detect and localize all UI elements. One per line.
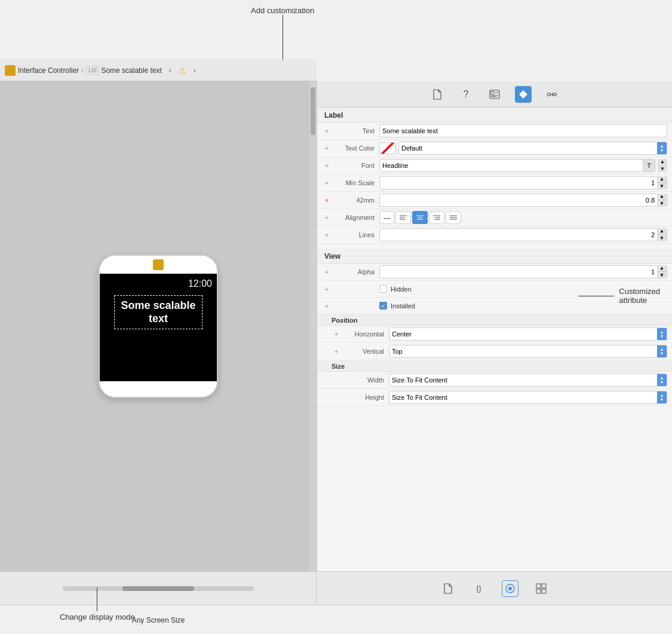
watch-device: 12:00 Some scalabletext [99,255,218,398]
align-btn-left[interactable] [395,211,411,224]
font-label: Font [332,162,379,169]
watch-label-text: Some scalabletext [121,299,195,325]
alignment-label: Alignment [332,214,379,221]
horizontal-select-arrows[interactable]: ▲ ▼ [657,328,667,340]
text-input[interactable] [379,124,667,137]
lines-stepper-down[interactable]: ▼ [657,235,667,241]
alignment-row: + Alignment --- [317,209,672,226]
position-subsection-header: Position [317,314,672,326]
min-scale-row: + Min Scale ▲ ▼ [317,174,672,192]
min-scale-stepper-up[interactable]: ▲ [657,176,667,183]
alpha-stepper-up[interactable]: ▲ [657,265,667,272]
inspector-tab-connections[interactable] [544,86,560,103]
fortytwo-cross-icon[interactable]: × [322,197,332,204]
lines-input[interactable] [380,231,657,238]
bottom-toolbar-circle-btn[interactable] [502,580,518,597]
change-display-mode-annotation: Change display mode [60,587,135,622]
installed-checkbox-row: ✓ Installed [379,302,415,310]
vertical-select-value[interactable]: Top [389,348,657,355]
align-btn-center[interactable] [412,211,428,224]
font-input[interactable]: Headline [380,162,643,169]
watch-header [100,256,217,274]
lines-stepper-up[interactable]: ▲ [657,228,667,235]
fortytwo-input[interactable] [380,197,657,204]
hidden-checkbox-row: Hidden [379,285,412,293]
nav-next-button[interactable]: › [189,65,201,76]
nav-bar: Interface Controller › Lbl Some scalable… [0,60,317,81]
text-plus-icon[interactable]: + [322,127,332,134]
font-stepper: ▲ ▼ [658,159,667,172]
change-display-mode-label: Change display mode [60,612,135,621]
height-select-value[interactable]: Size To Fit Content [389,394,657,401]
alpha-input-wrap: ▲ ▼ [379,265,667,278]
alpha-stepper-down[interactable]: ▼ [657,272,667,278]
alignment-value-wrap: --- [379,211,667,224]
horizontal-select-value[interactable]: Center [389,330,657,338]
font-plus-icon[interactable]: + [322,162,332,169]
align-btn-right[interactable] [429,211,444,224]
color-swatch[interactable] [379,142,396,154]
bottom-right-toolbar: {} [317,572,672,605]
inspector-tab-attributes[interactable] [515,86,532,103]
horizontal-plus-icon[interactable]: + [332,330,341,338]
inspector-tab-help[interactable]: ? [458,86,474,103]
vertical-select-arrows[interactable]: ▲ ▼ [657,345,667,357]
nav-prev-button[interactable]: ‹ [164,65,176,76]
width-select-value[interactable]: Size To Fit Content [389,376,657,384]
hidden-checkbox[interactable] [379,285,387,293]
add-customization-label: Add customization [251,6,314,15]
svg-rect-25 [542,589,546,593]
inspector-toolbar: ? [317,81,672,108]
font-type-icon[interactable]: T [643,160,655,171]
font-stepper-down[interactable]: ▼ [658,166,667,172]
alpha-input[interactable] [380,268,657,275]
text-color-plus-icon[interactable]: + [322,145,332,152]
canvas-scrollbar[interactable] [309,81,317,571]
text-color-select-wrap: Default ▲ ▼ [398,142,667,155]
min-scale-stepper-down[interactable]: ▼ [657,183,667,189]
bottom-toolbar-grid-btn[interactable] [533,580,550,597]
height-row: Height Size To Fit Content ▲ ▼ [317,389,672,406]
horizontal-value-wrap: Center ▲ ▼ [389,327,667,341]
alignment-plus-icon[interactable]: + [322,214,332,221]
lines-stepper: ▲ ▼ [657,228,667,241]
alpha-value-wrap: ▲ ▼ [379,265,667,278]
vertical-plus-icon[interactable]: + [332,348,341,355]
text-color-label: Text Color [332,145,379,152]
text-color-select-arrows[interactable]: ▲ ▼ [657,142,667,154]
installed-checkbox[interactable]: ✓ [379,302,387,310]
horizontal-select-wrap: Center ▲ ▼ [389,327,667,341]
alpha-plus-icon[interactable]: + [322,268,332,275]
hidden-label: Hidden [391,286,412,293]
fortytwo-stepper-down[interactable]: ▼ [657,200,667,207]
text-value-wrap [379,124,667,137]
alpha-row: + Alpha ▲ ▼ [317,264,672,281]
width-select-wrap: Size To Fit Content ▲ ▼ [389,373,667,387]
view-section-header: View [317,249,672,264]
min-scale-plus-icon[interactable]: + [322,179,332,186]
inspector-tab-identity[interactable] [486,86,503,103]
bottom-toolbar-code-btn[interactable]: {} [471,580,487,597]
add-customization-annotation: Add customization [251,6,314,63]
bottom-toolbar-file-btn[interactable] [440,580,456,597]
watch-label-box: Some scalabletext [114,295,202,329]
left-panel-canvas: 12:00 Some scalabletext [0,81,317,571]
hidden-plus-icon[interactable]: + [322,286,332,293]
installed-plus-icon[interactable]: + [322,302,332,310]
watch-time: 12:00 [188,278,212,289]
alpha-label: Alpha [332,268,379,275]
lines-plus-icon[interactable]: + [322,231,332,238]
align-btn-auto[interactable]: --- [379,211,394,224]
fortytwo-label: 42mm [332,197,379,204]
width-select-arrows[interactable]: ▲ ▼ [657,374,667,386]
min-scale-input[interactable] [380,179,657,186]
main-container: Add customization Interface Controller ›… [0,0,672,634]
svg-rect-22 [536,584,541,588]
fortytwo-stepper: ▲ ▼ [657,194,667,207]
height-select-arrows[interactable]: ▲ ▼ [657,391,667,403]
font-stepper-up[interactable]: ▲ [658,159,667,166]
text-color-select-value[interactable]: Default [399,145,657,152]
fortytwo-stepper-up[interactable]: ▲ [657,194,667,200]
inspector-tab-file[interactable] [429,86,446,103]
align-btn-justify[interactable] [446,211,461,224]
